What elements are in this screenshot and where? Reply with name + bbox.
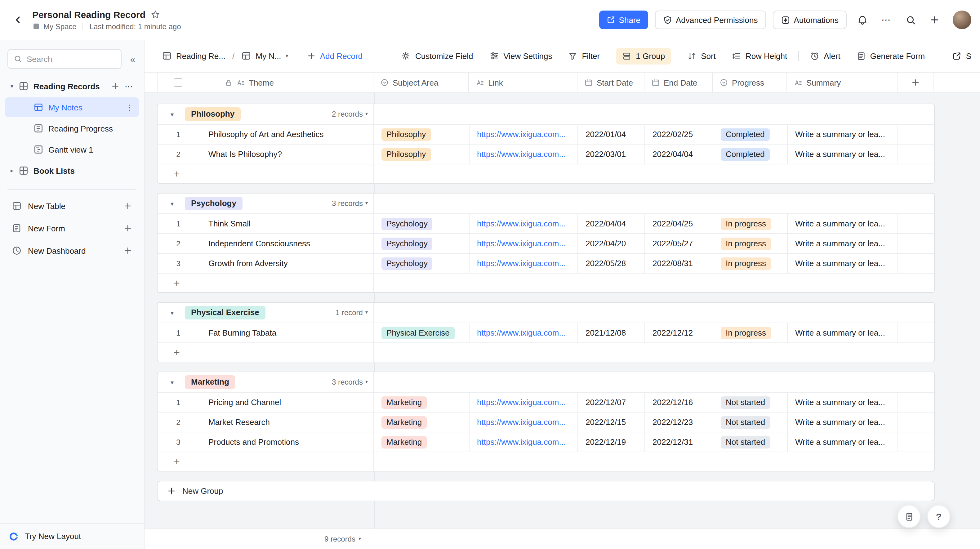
group-name-pill[interactable]: Psychology [185, 197, 242, 210]
new-table-button[interactable]: New Table [5, 196, 139, 216]
cell-end-date[interactable]: 2022/12/31 [645, 432, 713, 452]
share-view-button[interactable]: S [952, 51, 971, 60]
cell-progress[interactable]: In progress [713, 234, 788, 253]
cell-start-date[interactable]: 2022/12/07 [578, 393, 645, 412]
row-number[interactable]: 3 [158, 254, 199, 273]
select-all-checkbox[interactable] [174, 78, 182, 87]
column-header-end-date[interactable]: End Date [644, 73, 713, 92]
column-header-link[interactable]: Link [469, 73, 578, 92]
cell-theme[interactable]: What Is Philosophy? [199, 145, 374, 164]
cell-start-date[interactable]: 2022/12/15 [578, 412, 645, 432]
chevron-down-icon[interactable]: ▾ [11, 83, 19, 89]
group-record-count[interactable]: 3 records▾ [332, 378, 373, 387]
new-form-button[interactable]: New Form [5, 218, 139, 238]
alert-button[interactable]: Alert [810, 51, 840, 60]
column-header-start-date[interactable]: Start Date [578, 73, 644, 92]
link-text[interactable]: https://www.ixigua.com... [477, 438, 566, 447]
collapse-sidebar-button[interactable]: « [125, 51, 140, 66]
cell-subject-area[interactable]: Marketing [374, 412, 469, 432]
share-button[interactable]: Share [599, 11, 648, 29]
group-record-count[interactable]: 3 records▾ [332, 199, 373, 208]
space-name[interactable]: My Space [43, 22, 76, 31]
cell-end-date[interactable]: 2022/12/16 [645, 393, 713, 412]
new-dashboard-button[interactable]: New Dashboard [5, 241, 139, 261]
plus-icon[interactable] [123, 224, 132, 232]
link-text[interactable]: https://www.ixigua.com... [477, 239, 566, 248]
cell-link[interactable]: https://www.ixigua.com... [469, 393, 578, 412]
tab-reading-records[interactable]: Reading Re... [162, 51, 226, 61]
cell-link[interactable]: https://www.ixigua.com... [469, 432, 578, 452]
cell-subject-area[interactable]: Physical Exercise [374, 323, 469, 342]
add-record-row[interactable]: + [158, 342, 934, 362]
new-group-button[interactable]: New Group [157, 481, 935, 501]
row-number[interactable]: 1 [158, 214, 199, 233]
cell-link[interactable]: https://www.ixigua.com... [469, 214, 578, 233]
cell-subject-area[interactable]: Psychology [374, 254, 469, 273]
column-header-theme[interactable]: Theme [157, 73, 373, 92]
group-name-pill[interactable]: Philosophy [185, 107, 241, 121]
cell-subject-area[interactable]: Psychology [374, 234, 469, 253]
customize-field-button[interactable]: Customize Field [401, 51, 473, 61]
cell-link[interactable]: https://www.ixigua.com... [469, 125, 578, 144]
cell-link[interactable]: https://www.ixigua.com... [469, 234, 578, 253]
group-record-count[interactable]: 2 records▾ [332, 110, 373, 118]
group-name-pill[interactable]: Marketing [185, 375, 235, 389]
cell-summary[interactable]: Write a summary or lea... [788, 432, 898, 452]
cell-summary[interactable]: Write a summary or lea... [788, 323, 898, 342]
cell-theme[interactable]: Market Research [199, 412, 374, 432]
cell-progress[interactable]: Not started [713, 432, 788, 452]
row-number[interactable]: 2 [158, 145, 199, 164]
cell-start-date[interactable]: 2022/04/04 [578, 214, 645, 233]
collapse-group-icon[interactable]: ▾ [170, 111, 180, 118]
avatar[interactable] [953, 11, 971, 29]
cell-summary[interactable]: Write a summary or lea... [788, 125, 898, 144]
cell-theme[interactable]: Products and Promotions [199, 432, 374, 452]
cell-summary[interactable]: Write a summary or lea... [788, 393, 898, 412]
automations-button[interactable]: Automations [773, 11, 846, 29]
cell-link[interactable]: https://www.ixigua.com... [469, 412, 578, 432]
add-record-button[interactable]: Add Record [307, 51, 363, 60]
back-button[interactable] [10, 12, 26, 28]
collapse-group-icon[interactable]: ▾ [170, 379, 180, 385]
cell-subject-area[interactable]: Philosophy [374, 125, 469, 144]
cell-progress[interactable]: In progress [713, 323, 788, 342]
cell-end-date[interactable]: 2022/04/04 [645, 145, 713, 164]
row-height-button[interactable]: Row Height [732, 51, 787, 60]
cell-theme[interactable]: Independent Consciousness [199, 234, 374, 253]
search-input[interactable]: Search [8, 49, 122, 69]
cell-subject-area[interactable]: Marketing [374, 393, 469, 412]
form-panel-button[interactable] [897, 505, 920, 528]
column-header-summary[interactable]: Summary [787, 73, 897, 92]
link-text[interactable]: https://www.ixigua.com... [477, 398, 566, 407]
sidebar-item-my-notes[interactable]: My Notes ⋮ [5, 97, 139, 117]
cell-progress[interactable]: Not started [713, 412, 788, 432]
cell-end-date[interactable]: 2022/05/27 [645, 234, 713, 253]
cell-progress[interactable]: Completed [713, 145, 788, 164]
sidebar-item-reading-progress[interactable]: Reading Progress [5, 118, 139, 138]
cell-summary[interactable]: Write a summary or lea... [788, 412, 898, 432]
link-text[interactable]: https://www.ixigua.com... [477, 130, 566, 139]
plus-icon[interactable] [123, 246, 132, 255]
cell-end-date[interactable]: 2022/04/25 [645, 214, 713, 233]
star-icon[interactable] [150, 10, 160, 19]
add-record-row[interactable]: + [158, 452, 934, 471]
group-button[interactable]: 1 Group [616, 48, 671, 64]
row-number[interactable]: 1 [158, 323, 199, 342]
link-text[interactable]: https://www.ixigua.com... [477, 219, 566, 228]
create-new-button[interactable] [926, 11, 943, 29]
cell-end-date[interactable]: 2022/12/12 [645, 323, 713, 342]
cell-end-date[interactable]: 2022/12/23 [645, 412, 713, 432]
sidebar-item-gantt-view-1[interactable]: Gantt view 1 [5, 140, 139, 159]
cell-theme[interactable]: Philosophy of Art and Aesthetics [199, 125, 374, 144]
cell-progress[interactable]: In progress [713, 254, 788, 273]
row-number[interactable]: 3 [158, 432, 199, 452]
link-text[interactable]: https://www.ixigua.com... [477, 259, 566, 268]
plus-icon[interactable] [123, 202, 132, 210]
cell-subject-area[interactable]: Marketing [374, 432, 469, 452]
cell-link[interactable]: https://www.ixigua.com... [469, 254, 578, 273]
collapse-group-icon[interactable]: ▾ [170, 200, 180, 207]
chevron-right-icon[interactable]: ▸ [11, 167, 19, 174]
cell-progress[interactable]: In progress [713, 214, 788, 233]
cell-end-date[interactable]: 2022/08/31 [645, 254, 713, 273]
row-number[interactable]: 1 [158, 125, 199, 144]
